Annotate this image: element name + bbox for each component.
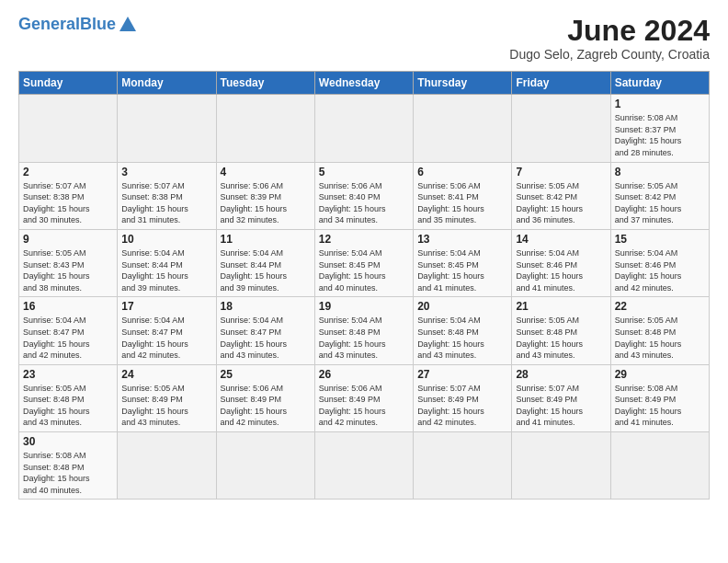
- day-number: 4: [221, 166, 311, 178]
- day-info: Sunrise: 5:05 AM Sunset: 8:43 PM Dayligh…: [23, 247, 113, 293]
- header-row: SundayMondayTuesdayWednesdayThursdayFrid…: [19, 72, 710, 95]
- day-number: 8: [615, 166, 705, 178]
- day-number: 27: [417, 368, 507, 381]
- logo: GeneralBlue: [18, 15, 138, 35]
- calendar-cell: 8Sunrise: 5:05 AM Sunset: 8:42 PM Daylig…: [610, 162, 709, 229]
- day-info: Sunrise: 5:04 AM Sunset: 8:44 PM Dayligh…: [121, 247, 211, 293]
- calendar-cell: [216, 432, 314, 500]
- calendar-cell: 15Sunrise: 5:04 AM Sunset: 8:46 PM Dayli…: [610, 229, 709, 296]
- calendar-cell: 12Sunrise: 5:04 AM Sunset: 8:45 PM Dayli…: [314, 229, 413, 296]
- day-header-friday: Friday: [512, 72, 610, 95]
- day-info: Sunrise: 5:06 AM Sunset: 8:41 PM Dayligh…: [417, 180, 507, 226]
- page: GeneralBlue June 2024 Dugo Selo, Zagreb …: [0, 0, 728, 514]
- calendar-cell: 19Sunrise: 5:04 AM Sunset: 8:48 PM Dayli…: [314, 297, 413, 364]
- calendar-cell: 14Sunrise: 5:04 AM Sunset: 8:46 PM Dayli…: [512, 229, 610, 296]
- day-info: Sunrise: 5:06 AM Sunset: 8:49 PM Dayligh…: [221, 383, 311, 429]
- week-row-5: 30Sunrise: 5:08 AM Sunset: 8:48 PM Dayli…: [19, 432, 710, 500]
- day-header-monday: Monday: [118, 72, 216, 95]
- calendar-cell: 7Sunrise: 5:05 AM Sunset: 8:42 PM Daylig…: [512, 162, 610, 229]
- calendar-cell: 23Sunrise: 5:05 AM Sunset: 8:48 PM Dayli…: [19, 364, 118, 431]
- day-info: Sunrise: 5:04 AM Sunset: 8:45 PM Dayligh…: [319, 247, 409, 293]
- day-info: Sunrise: 5:04 AM Sunset: 8:48 PM Dayligh…: [319, 315, 409, 361]
- day-header-thursday: Thursday: [414, 72, 512, 95]
- day-header-tuesday: Tuesday: [216, 72, 314, 95]
- day-number: 15: [615, 233, 705, 246]
- calendar-cell: 4Sunrise: 5:06 AM Sunset: 8:39 PM Daylig…: [216, 162, 314, 229]
- week-row-0: 1Sunrise: 5:08 AM Sunset: 8:37 PM Daylig…: [19, 95, 710, 162]
- day-number: 12: [319, 233, 409, 246]
- day-number: 20: [417, 300, 507, 313]
- calendar-cell: [19, 95, 118, 162]
- calendar-cell: [512, 432, 610, 500]
- calendar-cell: [610, 432, 709, 500]
- day-number: 30: [23, 435, 113, 448]
- day-info: Sunrise: 5:04 AM Sunset: 8:44 PM Dayligh…: [221, 247, 311, 293]
- day-number: 14: [516, 233, 606, 246]
- day-info: Sunrise: 5:06 AM Sunset: 8:40 PM Dayligh…: [319, 180, 409, 226]
- calendar-cell: [314, 432, 413, 500]
- logo-icon: [118, 15, 138, 35]
- calendar-cell: 24Sunrise: 5:05 AM Sunset: 8:49 PM Dayli…: [118, 364, 216, 431]
- calendar-cell: 26Sunrise: 5:06 AM Sunset: 8:49 PM Dayli…: [314, 364, 413, 431]
- day-info: Sunrise: 5:08 AM Sunset: 8:49 PM Dayligh…: [615, 383, 705, 429]
- day-info: Sunrise: 5:07 AM Sunset: 8:38 PM Dayligh…: [121, 180, 211, 226]
- day-info: Sunrise: 5:08 AM Sunset: 8:37 PM Dayligh…: [615, 112, 705, 158]
- title-area: June 2024 Dugo Selo, Zagreb County, Croa…: [509, 15, 710, 62]
- calendar-cell: 25Sunrise: 5:06 AM Sunset: 8:49 PM Dayli…: [216, 364, 314, 431]
- day-info: Sunrise: 5:04 AM Sunset: 8:46 PM Dayligh…: [516, 247, 606, 293]
- day-info: Sunrise: 5:06 AM Sunset: 8:39 PM Dayligh…: [221, 180, 311, 226]
- day-info: Sunrise: 5:07 AM Sunset: 8:38 PM Dayligh…: [23, 180, 113, 226]
- calendar-cell: [414, 432, 512, 500]
- day-info: Sunrise: 5:05 AM Sunset: 8:42 PM Dayligh…: [615, 180, 705, 226]
- calendar-cell: 11Sunrise: 5:04 AM Sunset: 8:44 PM Dayli…: [216, 229, 314, 296]
- calendar-cell: 5Sunrise: 5:06 AM Sunset: 8:40 PM Daylig…: [314, 162, 413, 229]
- week-row-3: 16Sunrise: 5:04 AM Sunset: 8:47 PM Dayli…: [19, 297, 710, 364]
- calendar-cell: [118, 432, 216, 500]
- day-header-sunday: Sunday: [19, 72, 118, 95]
- calendar-cell: 10Sunrise: 5:04 AM Sunset: 8:44 PM Dayli…: [118, 229, 216, 296]
- day-info: Sunrise: 5:07 AM Sunset: 8:49 PM Dayligh…: [516, 383, 606, 429]
- day-number: 7: [516, 166, 606, 178]
- day-header-wednesday: Wednesday: [314, 72, 413, 95]
- day-number: 1: [615, 98, 705, 110]
- week-row-4: 23Sunrise: 5:05 AM Sunset: 8:48 PM Dayli…: [19, 364, 710, 431]
- day-number: 13: [417, 233, 507, 246]
- day-info: Sunrise: 5:08 AM Sunset: 8:48 PM Dayligh…: [23, 450, 113, 496]
- day-info: Sunrise: 5:05 AM Sunset: 8:48 PM Dayligh…: [516, 315, 606, 361]
- calendar-cell: 30Sunrise: 5:08 AM Sunset: 8:48 PM Dayli…: [19, 432, 118, 500]
- day-number: 29: [615, 368, 705, 381]
- logo-general: General: [18, 15, 80, 33]
- day-number: 2: [23, 166, 113, 178]
- day-info: Sunrise: 5:04 AM Sunset: 8:48 PM Dayligh…: [417, 315, 507, 361]
- day-number: 10: [121, 233, 211, 246]
- calendar-cell: [314, 95, 413, 162]
- day-header-saturday: Saturday: [610, 72, 709, 95]
- day-info: Sunrise: 5:04 AM Sunset: 8:47 PM Dayligh…: [23, 315, 113, 361]
- calendar-cell: 9Sunrise: 5:05 AM Sunset: 8:43 PM Daylig…: [19, 229, 118, 296]
- day-number: 21: [516, 300, 606, 313]
- calendar-cell: 22Sunrise: 5:05 AM Sunset: 8:48 PM Dayli…: [610, 297, 709, 364]
- week-row-1: 2Sunrise: 5:07 AM Sunset: 8:38 PM Daylig…: [19, 162, 710, 229]
- calendar-cell: 2Sunrise: 5:07 AM Sunset: 8:38 PM Daylig…: [19, 162, 118, 229]
- day-number: 17: [121, 300, 211, 313]
- week-row-2: 9Sunrise: 5:05 AM Sunset: 8:43 PM Daylig…: [19, 229, 710, 296]
- day-number: 6: [417, 166, 507, 178]
- day-info: Sunrise: 5:05 AM Sunset: 8:42 PM Dayligh…: [516, 180, 606, 226]
- calendar-cell: 3Sunrise: 5:07 AM Sunset: 8:38 PM Daylig…: [118, 162, 216, 229]
- calendar-cell: [118, 95, 216, 162]
- logo-text: GeneralBlue: [18, 16, 116, 34]
- day-info: Sunrise: 5:04 AM Sunset: 8:46 PM Dayligh…: [615, 247, 705, 293]
- header: GeneralBlue June 2024 Dugo Selo, Zagreb …: [18, 15, 710, 62]
- calendar-cell: 18Sunrise: 5:04 AM Sunset: 8:47 PM Dayli…: [216, 297, 314, 364]
- day-number: 11: [221, 233, 311, 246]
- day-number: 19: [319, 300, 409, 313]
- calendar-cell: 27Sunrise: 5:07 AM Sunset: 8:49 PM Dayli…: [414, 364, 512, 431]
- day-number: 24: [121, 368, 211, 381]
- day-number: 23: [23, 368, 113, 381]
- calendar-cell: 16Sunrise: 5:04 AM Sunset: 8:47 PM Dayli…: [19, 297, 118, 364]
- day-number: 3: [121, 166, 211, 178]
- day-info: Sunrise: 5:07 AM Sunset: 8:49 PM Dayligh…: [417, 383, 507, 429]
- day-number: 22: [615, 300, 705, 313]
- calendar-cell: 6Sunrise: 5:06 AM Sunset: 8:41 PM Daylig…: [414, 162, 512, 229]
- day-number: 16: [23, 300, 113, 313]
